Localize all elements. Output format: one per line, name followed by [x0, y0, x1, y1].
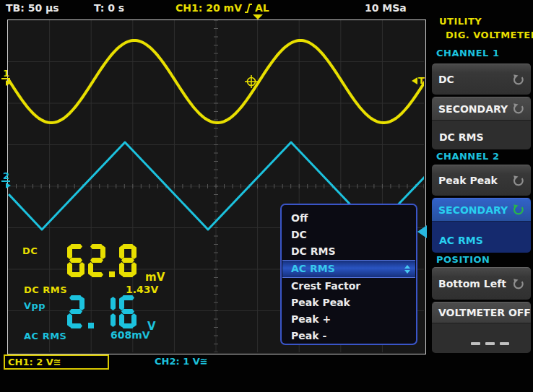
ch1-marker-number: 1: [1, 69, 10, 79]
dvm-vpp-label: Vpp: [24, 300, 46, 311]
trigger-mode-label: AL: [255, 2, 269, 14]
softkey-label: SECONDARY: [438, 204, 508, 216]
channel1-header: CHANNEL 1: [436, 48, 499, 58]
menu-item-peak-plus[interactable]: Peak +: [282, 311, 416, 328]
dvm-dcrms-value: 1.43V: [126, 284, 158, 295]
dvm-dcrms-label: DC RMS: [24, 284, 67, 295]
trigger-level-arrow-icon: [412, 77, 417, 84]
softkey-ch1-mode[interactable]: DC: [432, 64, 531, 95]
softkey-ch2-secondary-selected[interactable]: SECONDARY AC RMS: [432, 198, 531, 253]
menu-item-label: Peak -: [291, 328, 326, 344]
trigger-time-readout: T: 0 s: [94, 2, 124, 14]
softkey-label: Peak Peak: [438, 175, 498, 186]
softkey-label: SECONDARY: [438, 103, 508, 115]
ch1-trigger-level: CH1: 20 mV: [176, 2, 242, 14]
menu-item-dc[interactable]: DC: [282, 227, 416, 243]
menu-item-label: Peak Peak: [291, 295, 350, 311]
softkey-label: VOLTMETER OFF: [438, 307, 531, 318]
menu-item-peak-minus[interactable]: Peak -: [282, 328, 416, 344]
dvm-acrms-value: 608mV: [110, 329, 150, 341]
dvm-dc-unit: mV: [145, 271, 165, 284]
dig-voltmeter-subtitle: DIG. VOLTMETER: [446, 30, 533, 40]
value-spinner-icon[interactable]: [404, 265, 410, 274]
rotate-knob-icon: [512, 175, 524, 187]
voltmeter-off-dashes: [441, 342, 533, 345]
menu-item-off[interactable]: Off: [282, 210, 416, 227]
softkey-sub-value: AC RMS: [439, 235, 483, 246]
softkey-voltmeter-off[interactable]: VOLTMETER OFF: [432, 302, 531, 353]
trigger-level-marker[interactable]: T: [412, 75, 425, 86]
softkey-sidebar: UTILITY DIG. VOLTMETER CHANNEL 1 DC SECO…: [430, 0, 533, 392]
secondary-function-menu: Off DC DC RMS AC RMS Crest Factor Peak P…: [280, 204, 417, 345]
menu-item-peak-peak[interactable]: Peak Peak: [282, 295, 416, 311]
ch2-marker-arrow-icon: [6, 183, 11, 188]
ch1-scale-indicator[interactable]: CH1: 2 V≅: [4, 354, 109, 370]
trigger-position-marker-icon[interactable]: [253, 14, 263, 19]
rising-edge-icon: [244, 3, 253, 14]
menu-item-label: Crest Factor: [291, 278, 360, 295]
softkey-sub-value: DC RMS: [439, 131, 484, 143]
menu-item-label: DC: [291, 227, 307, 243]
sample-rate-readout: 10 MSa: [365, 2, 407, 14]
ch2-position-marker[interactable]: 2: [1, 172, 13, 188]
softkey-label: DC: [438, 74, 454, 85]
dvm-vpp-display: [67, 295, 140, 328]
rotate-knob-icon: [512, 103, 524, 115]
ch2-marker-number: 2: [1, 172, 10, 182]
menu-pointer-triangle-icon: [417, 225, 427, 238]
dvm-dc-label: DC: [22, 245, 38, 256]
status-bar: TB: 50 µs T: 0 s CH1: 20 mV AL 10 MSa: [0, 0, 430, 17]
utility-title: UTILITY: [439, 16, 482, 27]
trigger-level-letter: T: [418, 75, 425, 86]
softkey-label: Bottom Left: [438, 278, 506, 289]
menu-item-dc-rms[interactable]: DC RMS: [282, 243, 416, 260]
timebase-readout: TB: 50 µs: [6, 2, 59, 14]
rotate-knob-icon: [512, 278, 524, 290]
menu-item-ac-rms[interactable]: AC RMS: [282, 260, 415, 278]
oscilloscope-screen: TB: 50 µs T: 0 s CH1: 20 mV AL 10 MSa: [0, 0, 533, 392]
softkey-position[interactable]: Bottom Left: [432, 267, 531, 300]
menu-item-label: Off: [291, 210, 308, 227]
menu-item-crest-factor[interactable]: Crest Factor: [282, 278, 416, 295]
trigger-source-readout: CH1: 20 mV AL: [176, 2, 269, 14]
ch1-marker-arrow-icon: [6, 80, 11, 86]
rotate-knob-icon-active: [512, 204, 524, 216]
dvm-acrms-label: AC RMS: [24, 331, 66, 341]
rotate-knob-icon: [512, 74, 524, 86]
position-header: POSITION: [436, 254, 490, 265]
menu-item-label: Peak +: [291, 311, 331, 328]
channel2-header: CHANNEL 2: [436, 151, 499, 162]
softkey-ch1-secondary[interactable]: SECONDARY DC RMS: [432, 97, 531, 149]
menu-item-label: AC RMS: [291, 261, 335, 277]
softkey-ch2-mode[interactable]: Peak Peak: [432, 165, 531, 196]
dvm-dc-display: [67, 244, 140, 277]
menu-item-label: DC RMS: [291, 243, 336, 260]
ch2-scale-indicator[interactable]: CH2: 1 V≅: [155, 356, 208, 367]
ch1-position-marker[interactable]: 1: [1, 69, 13, 86]
